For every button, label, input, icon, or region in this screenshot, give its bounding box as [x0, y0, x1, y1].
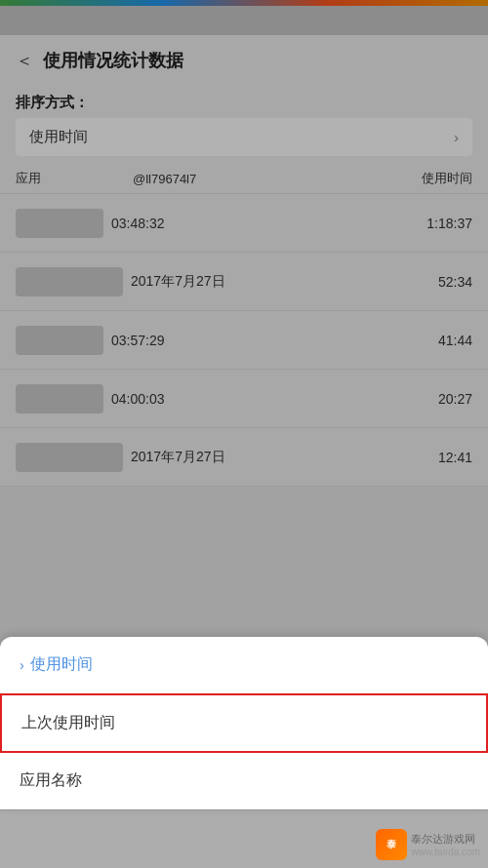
logo-url: www.tairda.com: [411, 847, 480, 857]
dropdown-item-last-used-label: 上次使用时间: [21, 713, 115, 733]
app-icon-1: [16, 209, 103, 238]
app-icon-3: [16, 326, 103, 355]
row-2-date: 2017年7月27日: [123, 273, 394, 291]
header-row: ＜ 使用情况统计数据: [0, 35, 488, 86]
dropdown-item-usage-time-label: 使用时间: [30, 654, 93, 675]
col-header-app: 应用: [16, 170, 133, 187]
logo-text-group: 泰尔达游戏网 www.tairda.com: [411, 832, 480, 857]
dropdown-panel: › 使用时间 上次使用时间 应用名称: [0, 637, 488, 809]
row-5-date: 2017年7月27日: [123, 449, 394, 466]
sort-current-value: 使用时间: [29, 128, 88, 146]
row-2-time: 52:34: [394, 274, 472, 290]
sort-section: 排序方式： 使用时间 ›: [0, 86, 488, 164]
dropdown-item-usage-time[interactable]: › 使用时间: [0, 637, 488, 693]
logo-site-name: 泰尔达游戏网: [411, 832, 480, 847]
dropdown-item-last-used[interactable]: 上次使用时间: [0, 693, 488, 753]
row-4-time: 20:27: [394, 391, 472, 407]
logo-icon: 泰: [376, 829, 407, 860]
table-row: 2017年7月27日 52:34: [0, 253, 488, 311]
row-1-time: 1:18:37: [394, 216, 472, 231]
dropdown-arrow-icon: ›: [20, 657, 24, 673]
logo-icon-text: 泰: [386, 838, 396, 851]
row-3-date: 03:57:29: [103, 333, 394, 348]
col-header-date: @ll79674l7: [133, 172, 394, 186]
row-3-time: 41:44: [394, 333, 472, 348]
app-icon-4: [16, 384, 103, 414]
app-icon-5: [16, 443, 123, 472]
row-5-time: 12:41: [394, 450, 472, 465]
taierda-logo: 泰 泰尔达游戏网 www.tairda.com: [376, 829, 480, 860]
table-row: 03:57:29 41:44: [0, 311, 488, 370]
row-1-date: 03:48:32: [103, 216, 394, 231]
status-bar: [0, 6, 488, 35]
dropdown-item-app-name-label: 应用名称: [20, 770, 82, 791]
row-4-date: 04:00:03: [103, 391, 394, 407]
sort-label: 排序方式：: [16, 94, 472, 112]
back-button[interactable]: ＜: [16, 49, 33, 72]
col-header-time: 使用时间: [394, 170, 472, 187]
table-row: 04:00:03 20:27: [0, 370, 488, 428]
dropdown-item-app-name[interactable]: 应用名称: [0, 753, 488, 809]
table-row: 2017年7月27日 12:41: [0, 428, 488, 487]
sort-chevron-icon: ›: [454, 129, 459, 145]
main-container: ＜ 使用情况统计数据 排序方式： 使用时间 › 应用 @ll79674l7 使用…: [0, 0, 488, 868]
page-title: 使用情况统计数据: [43, 49, 183, 72]
table-row: 03:48:32 1:18:37: [0, 194, 488, 253]
table-header: 应用 @ll79674l7 使用时间: [0, 164, 488, 194]
app-icon-2: [16, 267, 123, 296]
sort-value-row[interactable]: 使用时间 ›: [16, 118, 472, 156]
